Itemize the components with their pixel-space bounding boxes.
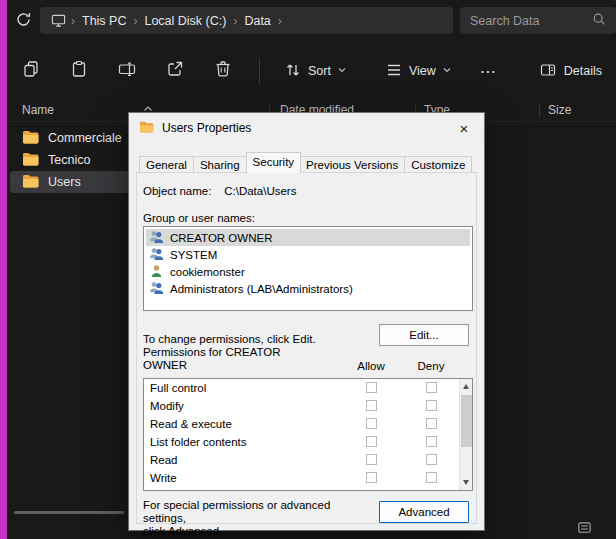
breadcrumb-chevron[interactable]: › — [276, 14, 284, 28]
sort-label: Sort — [308, 64, 331, 78]
scrollbar-thumb[interactable] — [461, 395, 472, 447]
breadcrumb-local-disk-c[interactable]: Local Disk (C:) — [139, 14, 231, 28]
column-divider[interactable] — [539, 103, 540, 118]
more-options-button[interactable]: ⋯ — [476, 62, 500, 81]
copy-icon — [21, 59, 41, 83]
permissions-listbox: Full control Modify Read & execute List … — [143, 378, 473, 491]
sort-dropdown[interactable]: Sort — [284, 61, 347, 82]
scroll-down-arrow[interactable] — [463, 480, 469, 485]
allow-checkbox[interactable] — [366, 418, 377, 429]
folder-icon — [139, 119, 154, 137]
refresh-button[interactable] — [11, 10, 35, 32]
principal-cookiemonster[interactable]: cookiemonster — [146, 263, 470, 280]
statusbar-view-icon[interactable] — [577, 520, 592, 539]
group-user-listbox: CREATOR OWNER SYSTEM cookiemonster Admin… — [143, 226, 473, 311]
allow-column-header: Allow — [343, 360, 399, 372]
column-header-size[interactable]: Size — [548, 103, 571, 117]
permission-row-full-control[interactable]: Full control — [144, 379, 472, 397]
close-icon[interactable]: × — [444, 113, 484, 143]
advanced-settings-hint: For special permissions or advanced sett… — [143, 499, 373, 538]
deny-checkbox[interactable] — [426, 436, 437, 447]
share-icon — [165, 59, 185, 83]
details-pane-button[interactable]: Details — [539, 44, 602, 98]
permission-label: Full control — [150, 382, 206, 394]
column-header-name[interactable]: Name — [22, 103, 54, 117]
edit-button[interactable]: Edit... — [379, 324, 469, 346]
permission-row-list-folder-contents[interactable]: List folder contents — [144, 433, 472, 451]
permission-label: List folder contents — [150, 436, 247, 448]
permission-row-modify[interactable]: Modify — [144, 397, 472, 415]
file-name: Tecnico — [48, 153, 90, 167]
delete-button[interactable] — [211, 59, 235, 83]
permission-row-read[interactable]: Read — [144, 451, 472, 469]
group-icon — [149, 247, 164, 263]
advanced-button[interactable]: Advanced — [379, 501, 469, 523]
view-dropdown[interactable]: View — [385, 61, 452, 82]
breadcrumb: › This PC › Local Disk (C:) › Data › — [40, 7, 453, 34]
paste-button[interactable] — [67, 59, 91, 83]
object-name-label: Object name: — [143, 185, 221, 197]
permission-label: Read & execute — [150, 418, 232, 430]
group-icon — [149, 230, 164, 246]
chevron-down-icon — [442, 64, 452, 78]
principal-name: SYSTEM — [170, 249, 217, 261]
horizontal-scrollbar[interactable] — [14, 511, 124, 514]
chevron-down-icon — [337, 64, 347, 78]
object-name-row: Object name: C:\Data\Users — [143, 185, 296, 197]
permission-label: Special permissions — [150, 490, 252, 491]
allow-checkbox[interactable] — [366, 436, 377, 447]
allow-checkbox[interactable] — [366, 382, 377, 393]
share-button[interactable] — [163, 59, 187, 83]
scroll-up-arrow[interactable] — [463, 384, 469, 389]
permission-row-write[interactable]: Write — [144, 469, 472, 487]
permission-row-read-execute[interactable]: Read & execute — [144, 415, 472, 433]
deny-checkbox[interactable] — [426, 418, 437, 429]
allow-checkbox[interactable] — [366, 400, 377, 411]
principal-name: Administrators (LAB\Administrators) — [170, 283, 353, 295]
principal-administrators[interactable]: Administrators (LAB\Administrators) — [146, 280, 470, 297]
dialog-titlebar: Users Properties — [129, 113, 484, 143]
refresh-icon — [15, 11, 32, 32]
details-label: Details — [564, 64, 602, 78]
allow-checkbox[interactable] — [366, 454, 377, 465]
allow-checkbox[interactable] — [366, 472, 377, 483]
tab-customize[interactable]: Customize — [405, 156, 472, 173]
search-input[interactable] — [470, 14, 592, 28]
sort-icon — [284, 61, 302, 82]
edit-permissions-hint: To change permissions, click Edit. — [143, 333, 316, 345]
details-pane-icon — [539, 61, 557, 82]
permission-label: Read — [150, 454, 178, 466]
permission-row-special-permissions[interactable]: Special permissions — [144, 487, 472, 491]
view-label: View — [409, 64, 436, 78]
deny-checkbox[interactable] — [426, 472, 437, 483]
folder-icon — [22, 152, 39, 169]
breadcrumb-data[interactable]: Data — [239, 14, 275, 28]
copy-button[interactable] — [19, 59, 43, 83]
permissions-for-label: Permissions for CREATOR OWNER — [143, 346, 333, 372]
breadcrumb-chevron[interactable]: › — [231, 14, 239, 28]
breadcrumb-chevron[interactable]: › — [131, 14, 139, 28]
trash-icon — [213, 59, 233, 83]
toolbar-separator — [259, 58, 260, 84]
paste-icon — [69, 59, 89, 83]
principal-creator-owner[interactable]: CREATOR OWNER — [146, 229, 470, 246]
deny-checkbox[interactable] — [426, 454, 437, 465]
view-icon — [385, 61, 403, 82]
deny-checkbox[interactable] — [426, 400, 437, 411]
principal-system[interactable]: SYSTEM — [146, 246, 470, 263]
search-icon[interactable] — [592, 12, 606, 30]
breadcrumb-this-pc[interactable]: This PC — [77, 14, 131, 28]
accent-strip — [0, 0, 7, 539]
file-name: Users — [48, 175, 81, 189]
vertical-scrollbar[interactable] — [459, 379, 472, 490]
tab-general[interactable]: General — [139, 156, 194, 173]
tab-previous-versions[interactable]: Previous Versions — [300, 156, 405, 173]
rename-button[interactable] — [115, 59, 139, 83]
dialog-title: Users Properties — [162, 121, 251, 135]
tab-sharing[interactable]: Sharing — [194, 156, 247, 173]
breadcrumb-chevron[interactable]: › — [69, 14, 77, 28]
tab-security[interactable]: Security — [246, 152, 302, 173]
permission-label: Write — [150, 472, 177, 484]
this-pc-icon[interactable] — [48, 13, 69, 28]
deny-checkbox[interactable] — [426, 382, 437, 393]
